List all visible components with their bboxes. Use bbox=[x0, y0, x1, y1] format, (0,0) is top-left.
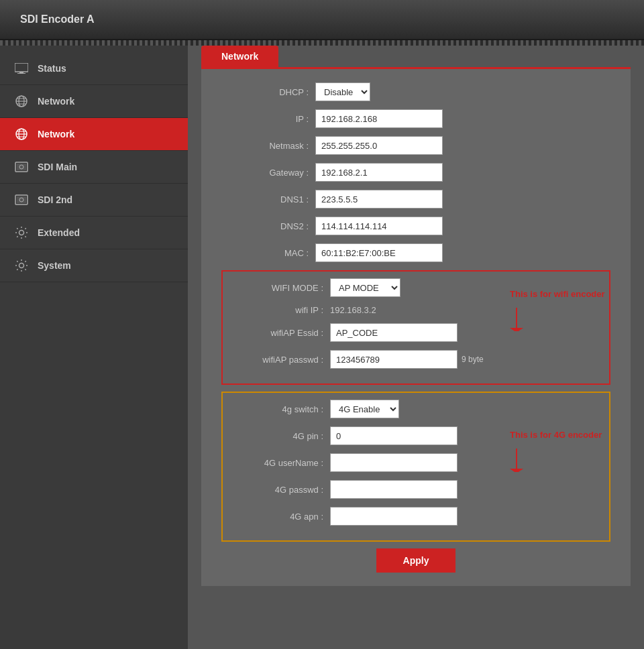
sidebar-item-status[interactable]: Status bbox=[0, 52, 188, 85]
wifi-passwd-row: wifiAP passwd : 9 byte bbox=[236, 350, 596, 369]
sidebar-item-extended[interactable]: Extended bbox=[0, 217, 188, 249]
app-title: SDI Encoder A bbox=[20, 13, 95, 25]
mac-row: MAC : bbox=[221, 243, 610, 262]
sidebar-item-network[interactable]: Network bbox=[0, 85, 188, 118]
system-gear-icon bbox=[13, 257, 30, 274]
netmask-label: Netmask : bbox=[221, 141, 315, 151]
wifi-annotation-text: This is for wifi encoder bbox=[510, 288, 644, 300]
mac-input[interactable] bbox=[315, 243, 443, 262]
wifi-passwd-label: wifiAP passwd : bbox=[236, 355, 330, 365]
sidebar-item-network-active-label: Network bbox=[38, 129, 74, 139]
dhcp-select[interactable]: Disable Enable bbox=[315, 82, 370, 101]
4g-switch-row: 4g switch : 4G Enable 4G Disable bbox=[236, 400, 596, 418]
dns1-row: DNS1 : bbox=[221, 190, 610, 209]
sidebar-item-sdi-main-label: SDI Main bbox=[38, 162, 77, 172]
dns2-input[interactable] bbox=[315, 217, 443, 235]
form-panel-wrapper: DHCP : Disable Enable IP : Netmask : bbox=[195, 67, 637, 586]
4g-switch-select[interactable]: 4G Enable 4G Disable bbox=[330, 400, 399, 418]
dns2-label: DNS2 : bbox=[221, 221, 315, 231]
svg-rect-0 bbox=[15, 63, 28, 72]
sidebar-item-sdi-2nd-label: SDI 2nd bbox=[38, 194, 72, 205]
sidebar-item-sdi-main[interactable]: SDI Main bbox=[0, 151, 188, 184]
gateway-label: Gateway : bbox=[221, 168, 315, 178]
4g-username-label: 4G userName : bbox=[236, 458, 330, 468]
dhcp-row: DHCP : Disable Enable bbox=[221, 82, 610, 101]
netmask-input[interactable] bbox=[315, 136, 443, 155]
dns1-input[interactable] bbox=[315, 190, 443, 209]
dns1-label: DNS1 : bbox=[221, 194, 315, 204]
sidebar-item-sdi-2nd[interactable]: SDI 2nd bbox=[0, 184, 188, 217]
4g-annotation-arrow bbox=[510, 445, 644, 474]
svg-marker-24 bbox=[510, 469, 523, 472]
header: SDI Encoder A bbox=[0, 0, 644, 40]
dns2-row: DNS2 : bbox=[221, 217, 610, 235]
gateway-input[interactable] bbox=[315, 163, 443, 182]
wifi-essid-label: wifiAP Essid : bbox=[236, 328, 330, 338]
sidebar: Status Network bbox=[0, 46, 188, 649]
4g-switch-label: 4g switch : bbox=[236, 404, 330, 414]
wifi-ip-value: 192.168.3.2 bbox=[330, 305, 376, 315]
wifi-passwd-input[interactable] bbox=[330, 350, 458, 369]
svg-point-19 bbox=[19, 231, 24, 235]
sdi-main-icon bbox=[13, 159, 30, 175]
wifi-essid-input[interactable] bbox=[330, 323, 458, 342]
wifi-mode-select[interactable]: AP MODE STA MODE bbox=[330, 278, 400, 297]
4g-pin-label: 4G pin : bbox=[236, 431, 330, 441]
sidebar-item-system-label: System bbox=[38, 260, 71, 271]
sidebar-item-status-label: Status bbox=[38, 63, 66, 74]
separator bbox=[0, 40, 644, 46]
wifi-annotation-arrow bbox=[510, 304, 644, 333]
main-layout: Status Network bbox=[0, 46, 644, 649]
tab-network[interactable]: Network bbox=[201, 46, 278, 67]
content-area: Network DHCP : Disable Enable IP : bbox=[188, 46, 644, 649]
4g-passwd-label: 4G passwd : bbox=[236, 485, 330, 495]
wifi-annotation-container: This is for wifi encoder bbox=[510, 288, 644, 333]
svg-rect-1 bbox=[19, 72, 23, 73]
globe-icon-active bbox=[13, 126, 30, 142]
wifi-ip-label: wifi IP : bbox=[236, 305, 330, 315]
ip-label: IP : bbox=[221, 114, 315, 124]
svg-point-20 bbox=[19, 263, 24, 268]
4g-pin-input[interactable] bbox=[330, 426, 458, 445]
netmask-row: Netmask : bbox=[221, 136, 610, 155]
ip-input[interactable] bbox=[315, 109, 443, 128]
4g-annotation-container: This is for 4G encoder bbox=[510, 429, 644, 474]
ip-row: IP : bbox=[221, 109, 610, 128]
wifi-mode-label: WIFI MODE : bbox=[236, 283, 330, 293]
4g-apn-row: 4G apn : bbox=[236, 507, 596, 526]
4g-apn-label: 4G apn : bbox=[236, 512, 330, 522]
sidebar-item-extended-label: Extended bbox=[38, 227, 80, 238]
sidebar-item-network-active[interactable]: Network bbox=[0, 118, 188, 151]
tab-bar: Network bbox=[188, 46, 644, 67]
4g-annotation-text: This is for 4G encoder bbox=[510, 429, 644, 441]
4g-passwd-row: 4G passwd : bbox=[236, 480, 596, 499]
globe-icon bbox=[13, 93, 30, 109]
svg-rect-2 bbox=[17, 73, 25, 74]
sidebar-item-system[interactable]: System bbox=[0, 249, 188, 282]
gateway-row: Gateway : bbox=[221, 163, 610, 182]
4g-passwd-input[interactable] bbox=[330, 480, 458, 499]
monitor-icon bbox=[13, 60, 30, 76]
svg-marker-22 bbox=[510, 328, 523, 331]
sdi-2nd-icon bbox=[13, 192, 30, 208]
tab-network-label: Network bbox=[221, 51, 258, 62]
mac-label: MAC : bbox=[221, 248, 315, 258]
4g-apn-input[interactable] bbox=[330, 507, 458, 526]
extended-gear-icon bbox=[13, 225, 30, 241]
wifi-byte-label: 9 byte bbox=[462, 355, 484, 364]
4g-username-input[interactable] bbox=[330, 453, 458, 472]
apply-button[interactable]: Apply bbox=[376, 548, 456, 573]
dhcp-label: DHCP : bbox=[221, 87, 315, 97]
sidebar-item-network-label: Network bbox=[38, 96, 74, 107]
